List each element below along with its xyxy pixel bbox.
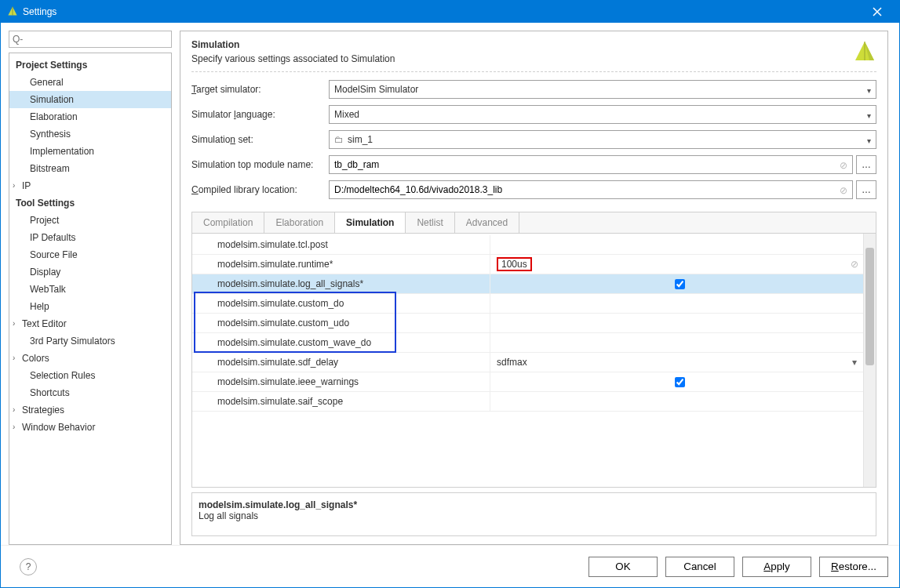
grid-row[interactable]: modelsim.simulate.saif_scope [192, 392, 863, 412]
chevron-down-icon: ▾ [867, 111, 871, 120]
lib-location-label: Compiled library location: [191, 184, 329, 195]
help-button[interactable]: ? [20, 558, 37, 575]
grid-value[interactable] [490, 372, 863, 391]
grid-row[interactable]: modelsim.simulate.log_all_signals* [192, 274, 863, 294]
tree-item[interactable]: Bitstream [9, 160, 171, 177]
settings-tree: Project SettingsGeneralSimulationElabora… [9, 53, 172, 545]
property-description: modelsim.simulate.log_all_signals* Log a… [191, 492, 876, 536]
apply-button[interactable]: Apply [742, 557, 811, 577]
search-field[interactable] [13, 34, 168, 45]
tree-item[interactable]: Help [9, 298, 171, 315]
ok-button[interactable]: OK [588, 557, 658, 577]
lib-location-input[interactable]: ⊘ [329, 180, 853, 199]
tree-item[interactable]: IP Defaults [9, 229, 171, 246]
chevron-down-icon: ▾ [867, 136, 871, 145]
brand-icon [853, 39, 876, 65]
tree-item[interactable]: Project [9, 212, 171, 229]
grid-value[interactable] [490, 294, 863, 313]
chevron-right-icon: › [13, 319, 15, 328]
tree-item[interactable]: Selection Rules [9, 367, 171, 384]
target-simulator-select[interactable]: ModelSim Simulator ▾ [329, 80, 876, 99]
tree-item[interactable]: Simulation [9, 91, 171, 108]
tree-item[interactable]: Implementation [9, 143, 171, 160]
tree-item[interactable]: Shortcuts [9, 384, 171, 401]
grid-row[interactable]: modelsim.simulate.runtime*100us⊘ [192, 255, 863, 274]
folder-icon: 🗀 [334, 134, 344, 145]
simulator-language-select[interactable]: Mixed ▾ [329, 105, 876, 124]
clear-icon[interactable]: ⊘ [840, 160, 847, 171]
cancel-button[interactable]: Cancel [665, 557, 734, 577]
tree-item[interactable]: ›Colors [9, 350, 171, 367]
grid-value[interactable] [490, 392, 863, 411]
tree-section-header: Tool Settings [9, 194, 171, 212]
titlebar: Settings [1, 1, 899, 23]
grid-value[interactable] [490, 314, 863, 332]
grid-row[interactable]: modelsim.simulate.custom_do [192, 294, 863, 314]
checkbox[interactable] [675, 279, 685, 289]
scrollbar[interactable] [863, 234, 876, 487]
highlighted-value: 100us [497, 257, 532, 271]
grid-value[interactable] [490, 333, 863, 352]
browse-button[interactable]: … [856, 155, 876, 174]
grid-key: modelsim.simulate.custom_do [192, 294, 490, 313]
chevron-down-icon: ▾ [852, 357, 857, 368]
chevron-down-icon: ▾ [867, 86, 871, 95]
top-module-label: Simulation top module name: [191, 159, 329, 170]
tab-netlist[interactable]: Netlist [406, 212, 454, 233]
grid-row[interactable]: modelsim.simulate.custom_udo [192, 314, 863, 333]
simulation-set-select[interactable]: 🗀 sim_1 ▾ [329, 130, 876, 149]
clear-icon[interactable]: ⊘ [851, 259, 858, 270]
tree-item[interactable]: Elaboration [9, 108, 171, 125]
grid-key: modelsim.simulate.tcl.post [192, 235, 490, 254]
tree-item[interactable]: ›IP [9, 177, 171, 194]
grid-key: modelsim.simulate.ieee_warnings [192, 372, 490, 391]
grid-row[interactable]: modelsim.simulate.tcl.post [192, 235, 863, 255]
search-input[interactable] [9, 31, 172, 48]
chevron-right-icon: › [13, 423, 15, 431]
simulation-set-label: Simulation set: [191, 134, 329, 145]
grid-row[interactable]: modelsim.simulate.ieee_warnings [192, 372, 863, 392]
tree-item[interactable]: Display [9, 263, 171, 281]
grid-key: modelsim.simulate.log_all_signals* [192, 274, 490, 293]
browse-button[interactable]: … [856, 180, 876, 199]
close-icon[interactable] [862, 1, 893, 23]
tree-item[interactable]: ›Strategies [9, 401, 171, 419]
tab-elaboration[interactable]: Elaboration [264, 212, 335, 233]
tree-section-header: Project Settings [9, 56, 171, 74]
grid-value[interactable]: sdfmax▾ [490, 353, 863, 372]
grid-row[interactable]: modelsim.simulate.sdf_delaysdfmax▾ [192, 353, 863, 372]
clear-icon[interactable]: ⊘ [840, 185, 847, 196]
page-title: Simulation [191, 39, 853, 50]
tree-item[interactable]: Synthesis [9, 125, 171, 143]
grid-value[interactable]: 100us⊘ [490, 255, 863, 274]
tree-item[interactable]: ›Text Editor [9, 315, 171, 332]
page-description: Specify various settings associated to S… [191, 53, 853, 64]
tree-item[interactable]: Source File [9, 246, 171, 263]
simulator-language-label: Simulator language: [191, 109, 329, 120]
grid-value[interactable] [490, 235, 863, 254]
tree-item[interactable]: General [9, 74, 171, 91]
tab-simulation[interactable]: Simulation [335, 212, 406, 234]
chevron-right-icon: › [13, 354, 15, 362]
tree-item[interactable]: ›Window Behavior [9, 419, 171, 436]
target-simulator-label: Target simulator: [191, 84, 329, 95]
tab-bar: CompilationElaborationSimulationNetlistA… [191, 212, 876, 233]
window-title: Settings [23, 6, 862, 17]
tree-item[interactable]: WebTalk [9, 281, 171, 298]
checkbox[interactable] [675, 377, 685, 387]
tree-item[interactable]: 3rd Party Simulators [9, 332, 171, 350]
top-module-input[interactable]: ⊘ [329, 155, 853, 174]
grid-row[interactable]: modelsim.simulate.custom_wave_do [192, 333, 863, 353]
chevron-right-icon: › [13, 181, 15, 190]
tab-compilation[interactable]: Compilation [192, 212, 264, 233]
grid-key: modelsim.simulate.custom_udo [192, 314, 490, 332]
grid-key: modelsim.simulate.runtime* [192, 255, 490, 274]
grid-key: modelsim.simulate.saif_scope [192, 392, 490, 411]
app-logo-icon [7, 5, 18, 19]
property-grid: modelsim.simulate.tcl.postmodelsim.simul… [192, 234, 863, 487]
chevron-right-icon: › [13, 405, 15, 414]
tab-advanced[interactable]: Advanced [455, 212, 519, 233]
grid-value[interactable] [490, 274, 863, 293]
grid-key: modelsim.simulate.sdf_delay [192, 353, 490, 372]
restore-button[interactable]: Restore... [819, 557, 888, 577]
